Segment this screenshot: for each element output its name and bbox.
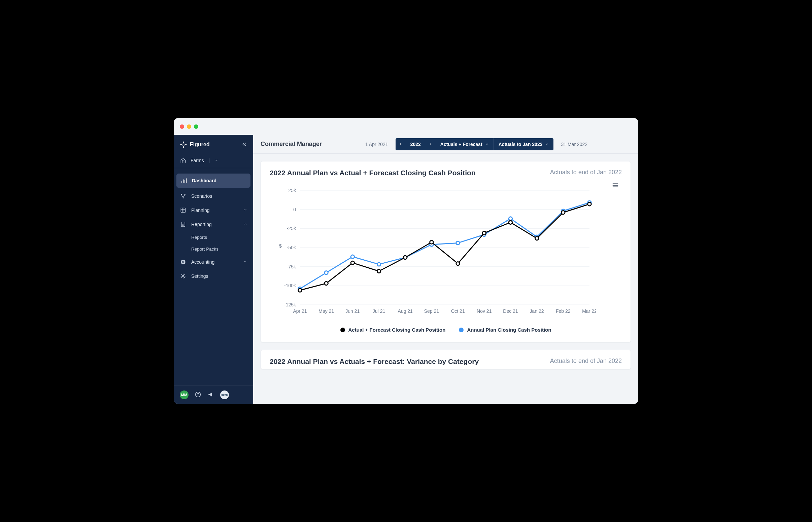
grid-icon [180,207,187,213]
chevron-down-icon [214,158,218,162]
line-chart: -125k-100k-75k-50k-25k025k$Apr 21May 21J… [270,180,596,322]
svg-text:$: $ [182,260,184,264]
svg-point-58 [535,237,538,240]
window-zoom-icon[interactable] [194,124,198,129]
sidebar-item-label: Scenarios [191,194,212,199]
sidebar-bottom: MM ? xero [174,385,253,404]
mode-label: Actuals + Forecast [440,142,482,147]
sidebar-item-settings[interactable]: Settings [174,269,253,283]
farm-icon [180,157,187,164]
card-cash-position: 2022 Annual Plan vs Actual + Forecast Cl… [260,161,631,342]
sidebar-collapse-button[interactable] [242,142,247,148]
svg-point-45 [509,217,512,220]
svg-text:Dec 21: Dec 21 [503,308,518,314]
chart-container: -125k-100k-75k-50k-25k025k$Apr 21May 21J… [270,180,622,333]
period-start-date: 1 Apr 2021 [365,142,388,147]
mode-dropdown[interactable]: Actuals + Forecast [436,138,494,150]
svg-text:Jun 21: Jun 21 [345,308,360,314]
svg-text:-75k: -75k [287,264,296,269]
year-label[interactable]: 2022 [406,138,426,150]
chevron-down-icon [545,142,549,146]
sidebar-item-dashboard[interactable]: Dashboard [176,174,250,188]
svg-point-2 [182,197,183,198]
sidebar-subitem-reports[interactable]: Reports [191,232,253,243]
sidebar-item-label: Accounting [191,259,214,265]
user-avatar[interactable]: MM [180,390,189,399]
svg-rect-3 [181,208,186,213]
brand-name: Figured [190,142,210,148]
svg-point-1 [185,194,186,195]
sidebar-item-planning[interactable]: Planning [174,203,253,217]
sidebar-sub-reporting: Reports Report Packs [174,232,253,255]
svg-point-55 [456,262,460,265]
svg-text:0: 0 [293,207,296,212]
svg-text:Jan 22: Jan 22 [530,308,544,314]
svg-text:Jul 21: Jul 21 [373,308,385,314]
legend-item-actual-forecast[interactable]: Actual + Forecast Closing Cash Position [340,327,446,333]
help-icon[interactable]: ? [195,391,201,399]
farms-switcher[interactable]: Farms | [174,153,253,168]
svg-text:-25k: -25k [287,226,296,231]
actuals-to-dropdown[interactable]: Actuals to Jan 2022 [494,138,554,150]
svg-point-56 [482,232,486,235]
svg-point-52 [377,269,381,273]
legend-dot-icon [340,327,345,332]
svg-text:Aug 21: Aug 21 [398,308,413,314]
year-next-button[interactable] [426,142,436,147]
svg-text:-125k: -125k [284,302,296,307]
sidebar-item-scenarios[interactable]: Scenarios [174,189,253,203]
megaphone-icon[interactable] [207,391,214,399]
chevron-left-icon [399,142,402,146]
main: Commercial Manager 1 Apr 2021 2022 Actua… [253,135,638,404]
sidebar-item-label: Planning [191,207,210,213]
svg-point-49 [298,288,302,292]
star-icon [180,141,187,148]
window-titlebar [174,118,638,135]
svg-text:Mar 22: Mar 22 [582,308,596,314]
svg-text:$: $ [279,243,282,248]
svg-point-57 [509,221,512,224]
card-subtitle: Actuals to end of Jan 2022 [550,358,622,365]
legend-item-annual-plan[interactable]: Annual Plan Closing Cash Position [459,327,551,333]
content-scroll[interactable]: 2022 Annual Plan vs Actual + Forecast Cl… [253,154,638,404]
svg-text:-100k: -100k [284,283,296,288]
sidebar-item-label: Dashboard [192,178,216,183]
chevron-up-icon [243,222,247,227]
svg-text:Oct 21: Oct 21 [451,308,465,314]
year-nav: 2022 Actuals + Forecast Actuals to Jan 2… [395,138,554,150]
sidebar-item-reporting[interactable]: Reporting [174,217,253,232]
farms-label: Farms [191,158,204,163]
legend-label: Annual Plan Closing Cash Position [467,327,551,333]
xero-badge-icon[interactable]: xero [220,390,229,399]
page-title: Commercial Manager [260,141,322,148]
svg-point-59 [562,211,565,214]
brand-logo[interactable]: Figured [180,141,210,148]
app-window: Figured Farms | Dashboar [174,118,638,404]
svg-point-38 [325,271,328,275]
legend-label: Actual + Forecast Closing Cash Position [348,327,446,333]
bar-chart-icon [180,178,187,184]
sidebar-subitem-report-packs[interactable]: Report Packs [191,243,253,255]
chart-menu-button[interactable] [612,182,619,190]
svg-text:Sep 21: Sep 21 [424,308,439,314]
window-minimize-icon[interactable] [187,124,191,129]
year-prev-button[interactable] [395,142,406,147]
svg-text:-50k: -50k [287,245,296,250]
card-variance-by-category: 2022 Annual Plan vs Actuals + Forecast: … [260,350,631,369]
gear-icon [180,273,187,279]
window-close-icon[interactable] [180,124,184,129]
svg-point-51 [351,261,354,264]
svg-text:May 21: May 21 [318,308,334,314]
svg-point-53 [404,256,407,259]
svg-text:Apr 21: Apr 21 [293,308,307,314]
svg-point-0 [181,194,182,195]
svg-text:25k: 25k [288,188,296,193]
sidebar-item-label: Settings [191,274,208,279]
chevron-down-icon [243,207,247,213]
hamburger-icon [612,182,619,189]
sidebar-item-accounting[interactable]: $ Accounting [174,255,253,269]
actuals-to-label: Actuals to Jan 2022 [499,142,543,147]
svg-point-43 [456,241,460,244]
svg-point-50 [325,282,328,285]
svg-point-54 [430,240,433,244]
